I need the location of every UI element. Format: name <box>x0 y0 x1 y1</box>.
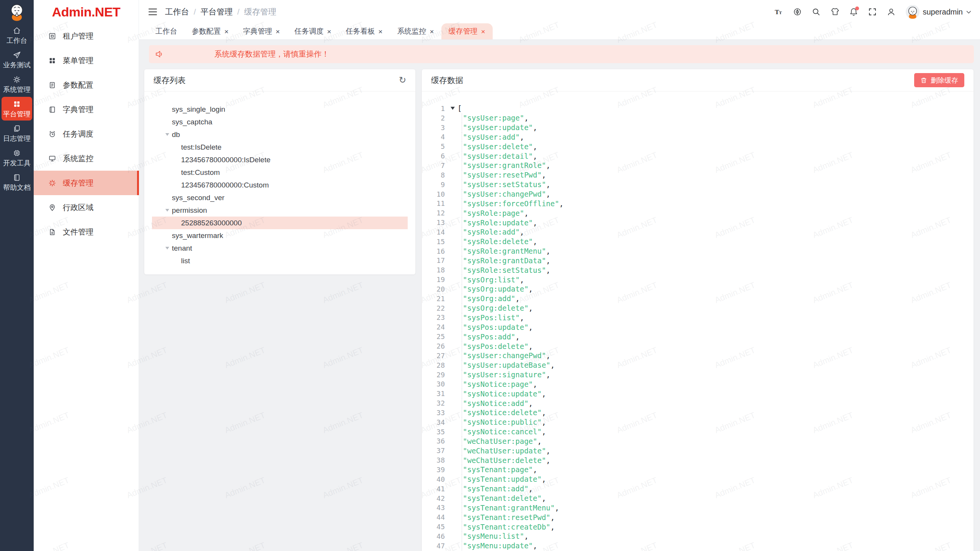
tree-node[interactable]: sys_single_login <box>152 103 408 116</box>
json-string: "sysTenant:add" <box>463 484 529 493</box>
sidebar-item-tenant-mgmt[interactable]: 租户管理 <box>34 24 139 48</box>
rail-item-sys-mgmt[interactable]: 系统管理 <box>2 72 32 96</box>
rail-item-help-docs[interactable]: 帮助文档 <box>2 170 32 194</box>
user-avatar <box>906 5 920 19</box>
sidebar-item-menu-mgmt[interactable]: 菜单管理 <box>34 48 139 73</box>
tree-node[interactable]: test:IsDelete <box>152 141 408 153</box>
json-string: "sysOrg:add" <box>463 294 515 303</box>
tab-label: 任务看板 <box>346 26 375 36</box>
sidebar-item-cache-mgmt[interactable]: 缓存管理 <box>34 171 139 195</box>
tree-node-label: 123456780000000:Custom <box>181 181 269 189</box>
rail-item-biz-test[interactable]: 业务测试 <box>2 48 32 72</box>
tree-node-selected[interactable]: 252885263000000 <box>152 217 408 229</box>
breadcrumb-separator: / <box>194 7 196 16</box>
app-logo-text[interactable]: Admin.NET <box>34 0 139 24</box>
json-string: "sysUser:changePwd" <box>463 351 546 360</box>
delete-cache-button[interactable]: 删除缓存 <box>914 73 964 87</box>
tree-node[interactable]: sys_captcha <box>152 116 408 128</box>
tree-node[interactable]: test:Custom <box>152 166 408 179</box>
caret-down-icon[interactable] <box>163 209 172 212</box>
indent-guide <box>462 437 462 446</box>
tree-node[interactable]: sys_second_ver <box>152 191 408 204</box>
hamburger-menu-icon[interactable] <box>148 8 157 16</box>
sidebar-item-param-config[interactable]: 参数配置 <box>34 73 139 97</box>
sidebar-item-admin-region[interactable]: 行政区域 <box>34 195 139 220</box>
top-header: 工作台 / 平台管理 / 缓存管理 TT <box>139 0 980 24</box>
tab-param-config[interactable]: 参数配置× <box>185 23 236 39</box>
grid-icon <box>13 100 21 108</box>
json-comma: , <box>529 484 533 493</box>
cache-list-header: 缓存列表 ↻ <box>144 69 415 91</box>
tree-node[interactable]: tenant <box>152 242 408 254</box>
json-string: "sysNotice:update" <box>463 390 542 398</box>
sidebar-item-sys-monitor[interactable]: 系统监控 <box>34 146 139 171</box>
tab-task-board[interactable]: 任务看板× <box>338 23 390 39</box>
fullscreen-icon[interactable] <box>868 8 877 16</box>
rail-item-platform-mgmt[interactable]: 平台管理 <box>2 97 32 121</box>
rail-item-log-mgmt[interactable]: 日志管理 <box>2 121 32 145</box>
caret-down-icon[interactable] <box>163 133 172 136</box>
search-icon[interactable] <box>812 8 820 16</box>
tab-task-schedule[interactable]: 任务调度× <box>287 23 338 39</box>
json-comma: , <box>546 447 550 455</box>
user-outline-icon[interactable] <box>887 8 895 16</box>
user-menu[interactable]: superadmin <box>906 5 972 19</box>
json-comma: , <box>533 380 537 388</box>
sidebar-item-file-mgmt[interactable]: 文件管理 <box>34 220 139 244</box>
caret-down-icon[interactable] <box>163 247 172 250</box>
close-icon[interactable]: × <box>276 28 280 35</box>
rail-item-workbench[interactable]: 工作台 <box>2 23 32 47</box>
indent-guide <box>462 341 462 351</box>
sidebar-item-label: 行政区域 <box>63 202 93 213</box>
json-line: 23"sysPos:list", <box>422 313 973 323</box>
cache-tree: sys_single_login sys_captcha db test:IsD… <box>144 91 415 271</box>
json-string: "sysUser:resetPwd" <box>463 171 542 179</box>
json-line: 12"sysRole:page", <box>422 208 973 218</box>
tab-sys-monitor[interactable]: 系统监控× <box>390 23 441 39</box>
json-comma: , <box>546 190 550 198</box>
json-comma: , <box>515 333 519 341</box>
font-size-icon[interactable]: TT <box>774 8 783 16</box>
notification-bell-icon[interactable] <box>849 8 858 16</box>
rail-item-dev-tools[interactable]: 开发工具 <box>2 146 32 170</box>
breadcrumb-item[interactable]: 工作台 <box>165 7 189 17</box>
line-number: 47 <box>422 542 445 550</box>
indent-guide <box>462 408 462 417</box>
tab-dict-mgmt[interactable]: 字典管理× <box>236 23 287 39</box>
close-icon[interactable]: × <box>481 28 485 35</box>
json-comma: , <box>529 342 533 350</box>
indent-guide <box>462 465 462 474</box>
app-logo-avatar[interactable] <box>7 2 27 22</box>
language-icon[interactable] <box>793 8 802 16</box>
close-icon[interactable]: × <box>378 28 382 35</box>
tree-node[interactable]: 123456780000000:IsDelete <box>152 153 408 166</box>
indent-guide <box>462 332 462 341</box>
tree-node[interactable]: db <box>152 128 408 141</box>
sidebar-item-label: 缓存管理 <box>63 178 93 188</box>
collapse-caret-icon[interactable] <box>451 107 455 110</box>
breadcrumb-item[interactable]: 平台管理 <box>201 7 233 17</box>
close-icon[interactable]: × <box>327 28 331 35</box>
tree-node[interactable]: list <box>152 254 408 267</box>
sidebar-item-dict-mgmt[interactable]: 字典管理 <box>34 97 139 122</box>
line-number: 7 <box>422 161 445 170</box>
sidebar-item-label: 系统监控 <box>63 153 93 164</box>
tab-cache-mgmt[interactable]: 缓存管理× <box>441 23 493 39</box>
indent-guide <box>462 512 462 522</box>
sidebar-item-task-schedule[interactable]: 任务调度 <box>34 122 139 146</box>
tree-node[interactable]: 123456780000000:Custom <box>152 179 408 191</box>
line-number: 28 <box>422 361 445 369</box>
panel-title: 缓存列表 <box>154 75 186 86</box>
line-number: 22 <box>422 304 445 312</box>
theme-shirt-icon[interactable] <box>831 8 839 16</box>
close-icon[interactable]: × <box>430 28 434 35</box>
map-pin-icon <box>48 204 56 212</box>
tree-node[interactable]: permission <box>152 204 408 217</box>
tab-workbench[interactable]: 工作台× <box>148 23 185 39</box>
json-comma: , <box>520 228 524 236</box>
tree-node[interactable]: sys_wartermark <box>152 229 408 242</box>
refresh-icon[interactable]: ↻ <box>399 76 406 85</box>
close-icon[interactable]: × <box>224 28 229 35</box>
json-comma: , <box>533 152 537 160</box>
json-string: "sysOrg:delete" <box>463 304 529 312</box>
